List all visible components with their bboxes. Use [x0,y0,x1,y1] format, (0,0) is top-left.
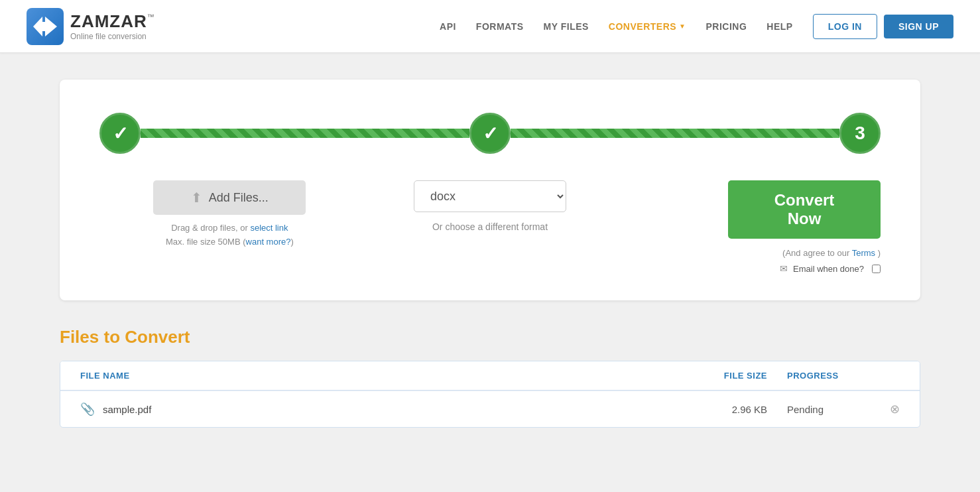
main-content: ✓ ✓ 3 ⬆ Add Files... Drag & drop files, … [0,53,980,454]
terms-text: (And agree to our Terms ) [782,248,881,258]
progress-cell: Pending ⊗ [767,402,900,416]
step-line-2 [511,129,839,138]
nav-my-files[interactable]: MY FILES [544,21,589,32]
format-select[interactable]: docx pdf jpg png mp3 mp4 txt xlsx [414,180,566,212]
files-title: Files to Convert [60,327,920,347]
step-1-checkmark: ✓ [113,123,128,145]
step-line-1 [141,129,469,138]
login-button[interactable]: LOG IN [813,14,877,39]
col-filename-header: FILE NAME [80,371,688,381]
col-filesize-header: FILE SIZE [688,371,767,381]
file-name: sample.pdf [103,404,151,415]
terms-link[interactable]: Terms [852,248,875,258]
steps-progress: ✓ ✓ 3 [99,113,881,154]
signup-button[interactable]: SIGN UP [884,15,953,38]
upload-icon: ⬆ [191,190,202,206]
files-section: Files to Convert FILE NAME FILE SIZE PRO… [60,327,920,428]
want-more-link[interactable]: want more? [246,237,291,247]
converter-card: ✓ ✓ 3 ⬆ Add Files... Drag & drop files, … [60,80,920,300]
step-3-number: 3 [855,123,865,144]
add-files-button[interactable]: ⬆ Add Files... [153,180,306,215]
nav-help[interactable]: HELP [766,21,792,32]
format-section: docx pdf jpg png mp3 mp4 txt xlsx Or cho… [360,180,621,232]
svg-marker-0 [33,17,57,36]
logo-text: ZAMZAR ™ Online file conversion [70,11,154,41]
email-checkbox[interactable] [872,265,881,273]
paperclip-icon: 📎 [80,402,95,416]
step-1-circle: ✓ [99,113,141,154]
convert-now-button[interactable]: Convert Now [728,180,881,239]
step-2-checkmark: ✓ [483,123,498,145]
main-nav: API FORMATS MY FILES CONVERTERS ▼ PRICIN… [440,21,793,32]
remove-file-button[interactable]: ⊗ [890,402,900,416]
chevron-down-icon: ▼ [679,23,686,30]
header: ZAMZAR ™ Online file conversion API FORM… [0,0,980,53]
convert-section: Convert Now (And agree to our Terms ) ✉ … [620,180,881,274]
logo-icon [27,8,64,45]
logo-tagline: Online file conversion [70,32,154,41]
logo-area: ZAMZAR ™ Online file conversion [27,8,154,45]
col-progress-header: PROGRESS [767,371,900,381]
step-2-circle: ✓ [469,113,511,154]
drag-drop-hint: Drag & drop files, or select link Max. f… [166,221,294,249]
format-hint: Or choose a different format [432,221,548,232]
files-table: FILE NAME FILE SIZE PROGRESS 📎 sample.pd… [60,361,920,428]
nav-api[interactable]: API [440,21,456,32]
nav-formats[interactable]: FORMATS [476,21,524,32]
logo-name: ZAMZAR [70,11,147,32]
logo-tm: ™ [147,13,154,21]
step-3-circle: 3 [839,113,881,154]
progress-status: Pending [787,404,824,415]
select-link[interactable]: select link [250,223,288,233]
add-files-section: ⬆ Add Files... Drag & drop files, or sel… [99,180,360,249]
nav-converters[interactable]: CONVERTERS ▼ [609,21,686,32]
file-name-cell: 📎 sample.pdf [80,402,688,416]
actions-row: ⬆ Add Files... Drag & drop files, or sel… [99,180,881,274]
email-icon: ✉ [780,263,788,274]
email-row: ✉ Email when done? [780,263,881,274]
nav-pricing[interactable]: PRICING [706,21,747,32]
table-row: 📎 sample.pdf 2.96 KB Pending ⊗ [60,391,920,427]
file-size-cell: 2.96 KB [688,404,767,415]
table-header: FILE NAME FILE SIZE PROGRESS [60,361,920,391]
